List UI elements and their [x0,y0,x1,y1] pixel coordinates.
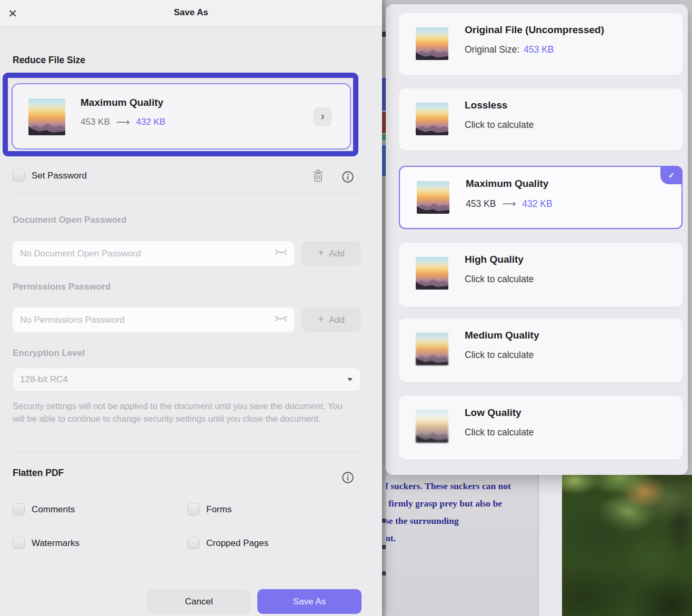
quality-thumbnail [417,181,449,214]
add-permissions-password-button[interactable]: + Add [302,307,361,332]
permissions-password-input[interactable] [13,307,294,332]
reduce-card-title: Maximum Quality [81,97,163,108]
quality-option-maximum[interactable]: Maximum Quality 453 KB ⟶ 432 KB ✓ [399,166,683,229]
quality-option-subtitle: Click to calculate [465,120,534,131]
watermarks-checkbox[interactable] [13,537,25,549]
quality-popup: Original File (Uncompressed) Original Si… [386,4,688,475]
quality-option-subtitle: Click to calculate [465,274,534,285]
plus-icon: + [318,313,324,325]
eye-closed-icon[interactable] [274,315,289,325]
quality-option-title: Lossless [465,100,507,111]
encryption-level-label: Encryption Level [13,348,85,359]
reduce-quality-card[interactable]: Maximum Quality 453 KB ⟶ 432 KB › [12,83,351,150]
comments-label: Comments [32,504,75,515]
quality-option-medium[interactable]: Medium Quality Click to calculate [399,319,683,382]
security-note: Security settings will not be applied to… [13,400,354,425]
plus-icon: + [318,247,324,259]
quality-option-title: Medium Quality [465,330,539,341]
background-doc-text: nt. [385,533,396,544]
quality-option-high[interactable]: High Quality Click to calculate [399,243,683,307]
document-open-password-input[interactable] [13,241,294,266]
flatten-pdf-heading: Flatten PDF [13,468,64,479]
caret-down-icon [347,378,353,381]
background-pdf-page: f suckers. These suckers can not firmly … [382,475,538,616]
eye-closed-icon[interactable] [274,249,289,259]
forms-label: Forms [206,504,232,515]
document-open-password-label: Document Open Password [13,215,126,225]
forms-checkbox[interactable] [187,503,199,515]
quality-thumbnail [416,410,448,443]
trash-icon[interactable] [312,168,325,186]
watermarks-label: Watermarks [32,538,79,549]
cancel-button[interactable]: Cancel [147,589,251,614]
background-trees-photo [562,475,692,616]
chevron-right-icon[interactable]: › [313,107,332,126]
quality-thumbnail [416,257,448,290]
quality-option-subtitle: Click to calculate [465,427,534,438]
quality-thumbnail [28,98,65,135]
info-icon[interactable] [342,171,354,185]
quality-option-title: Maximum Quality [466,178,548,190]
background-doc-text: f suckers. These suckers can not [385,481,511,492]
info-icon[interactable] [342,471,354,486]
reduce-file-size-heading: Reduce File Size [13,55,85,66]
save-as-button[interactable]: Save As [257,589,362,614]
app-window: f suckers. These suckers can not firmly … [0,0,692,616]
quality-option-lossless[interactable]: Lossless Click to calculate [399,88,683,151]
save-as-dialog: ✕ Save As Reduce File Size Maximum Quali… [0,0,382,616]
set-password-checkbox[interactable] [13,170,25,182]
encryption-level-select[interactable]: 128-bit RC4 [13,367,361,392]
set-password-label: Set Password [32,171,87,181]
reduce-card-sizes: 453 KB ⟶ 432 KB [81,116,165,128]
quality-thumbnail [416,27,448,60]
comments-checkbox[interactable] [13,503,25,515]
quality-option-low[interactable]: Low Quality Click to calculate [399,396,683,460]
quality-option-subtitle: Click to calculate [465,350,534,361]
arrow-right-icon: ⟶ [116,116,130,128]
quality-thumbnail [416,103,448,135]
quality-option-original[interactable]: Original File (Uncompressed) Original Si… [399,13,683,75]
background-doc-text: se the surrounding [385,515,459,526]
quality-option-title: Original File (Uncompressed) [465,24,604,36]
cropped-pages-checkbox[interactable] [187,537,199,549]
background-page-edge [538,475,562,616]
quality-option-title: Low Quality [465,407,521,419]
selected-checkmark-badge: ✓ [660,166,683,184]
quality-option-subtitle: 453 KB ⟶ 432 KB [466,198,553,210]
divider [13,194,361,194]
permissions-password-label: Permissions Password [13,282,111,292]
divider [13,452,361,452]
dialog-header: ✕ Save As [0,0,382,27]
cropped-pages-label: Cropped Pages [206,538,268,549]
add-document-password-button[interactable]: + Add [302,241,361,266]
quality-option-title: High Quality [465,254,524,265]
background-doc-text: firmly grasp prey but also be [388,498,502,509]
quality-thumbnail [416,333,448,365]
dialog-title: Save As [0,7,382,18]
quality-option-subtitle: Original Size: 453 KB [465,44,554,55]
